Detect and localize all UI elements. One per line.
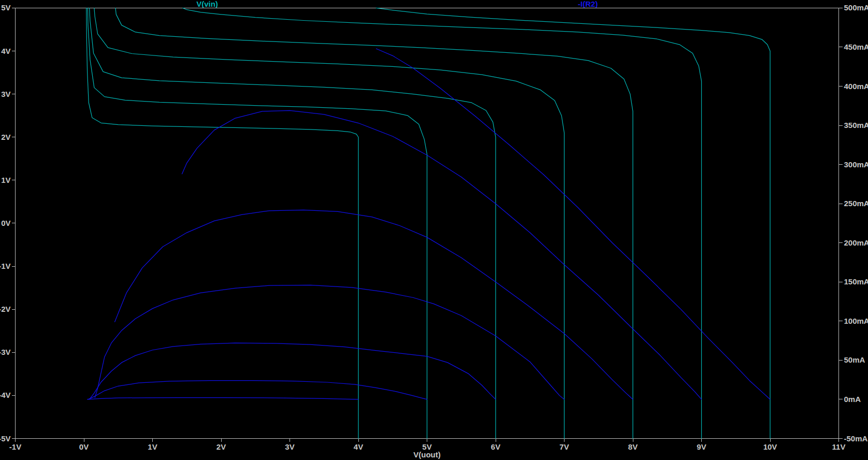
y-right-tick-label: 150mA	[844, 277, 868, 286]
y-right-tick-label: 450mA	[844, 42, 868, 51]
trace-ir2-7	[88, 398, 358, 399]
y-right-axis-ticks: 500mA450mA400mA350mA300mA250mA200mA150mA…	[839, 3, 868, 442]
trace-vvin-0	[86, 8, 358, 438]
x-tick-label: 10V	[763, 442, 777, 451]
x-tick-label: 6V	[491, 442, 500, 451]
x-tick-label: 4V	[354, 442, 363, 451]
x-tick-label: 0V	[79, 442, 89, 451]
y-left-tick-label: -5V	[0, 434, 11, 443]
y-right-tick-label: 50mA	[844, 355, 865, 364]
y-right-tick-label: 0mA	[844, 395, 861, 404]
y-left-tick-label: -1V	[0, 262, 11, 270]
y-right-tick-label: -50mA	[844, 434, 868, 443]
waveform-viewer: V(vin) -I(R2) -1V0V1V2V3V4V5V6V7V8V9V10V…	[0, 0, 868, 460]
y-left-tick-label: 3V	[1, 90, 10, 98]
x-axis-title: V(uout)	[396, 450, 458, 459]
plot-canvas[interactable]: -1V0V1V2V3V4V5V6V7V8V9V10V11V5V4V3V2V1V0…	[0, 0, 868, 460]
trace-vvin-3	[94, 8, 565, 438]
y-left-tick-label: 2V	[1, 133, 10, 141]
y-left-axis-ticks: 5V4V3V2V1V0V-1V-2V-3V-4V-5V	[0, 3, 16, 442]
y-right-tick-label: 500mA	[844, 3, 868, 12]
y-left-tick-label: 0V	[1, 219, 10, 227]
y-right-tick-label: 400mA	[844, 82, 868, 91]
trace-ir2-11	[115, 210, 633, 399]
trace-vvin-5	[183, 8, 702, 438]
y-left-tick-label: 1V	[1, 176, 10, 184]
trace-ir2-13	[376, 49, 770, 399]
y-left-tick-label: 5V	[1, 3, 10, 12]
y-right-tick-label: 200mA	[844, 238, 868, 247]
y-right-tick-label: 250mA	[844, 199, 868, 208]
x-tick-label: 3V	[285, 442, 294, 451]
trace-ir2-9	[90, 343, 496, 399]
y-right-tick-label: 350mA	[844, 121, 868, 130]
trace-vvin-1	[88, 8, 427, 438]
x-tick-label: -1V	[9, 442, 21, 451]
x-axis-ticks: -1V0V1V2V3V4V5V6V7V8V9V10V11V	[9, 439, 846, 451]
x-tick-label: 11V	[832, 442, 846, 451]
y-right-tick-label: 300mA	[844, 160, 868, 169]
trace-vvin-4	[115, 8, 633, 438]
y-left-tick-label: 4V	[1, 47, 10, 55]
x-tick-label: 2V	[216, 442, 226, 451]
y-left-tick-label: -3V	[0, 348, 11, 356]
trace-ir2-8	[88, 381, 427, 399]
x-tick-label: 5V	[422, 442, 431, 451]
traces	[86, 8, 770, 438]
y-left-tick-label: -4V	[0, 391, 11, 399]
trace-vvin-6	[376, 8, 770, 438]
trace-vvin-2	[90, 8, 496, 438]
x-tick-label: 9V	[697, 442, 706, 451]
x-tick-label: 7V	[559, 442, 569, 451]
y-right-tick-label: 100mA	[844, 317, 868, 325]
y-left-tick-label: -2V	[0, 305, 11, 313]
x-tick-label: 1V	[148, 442, 157, 451]
x-tick-label: 8V	[628, 442, 638, 451]
trace-ir2-12	[182, 110, 701, 399]
